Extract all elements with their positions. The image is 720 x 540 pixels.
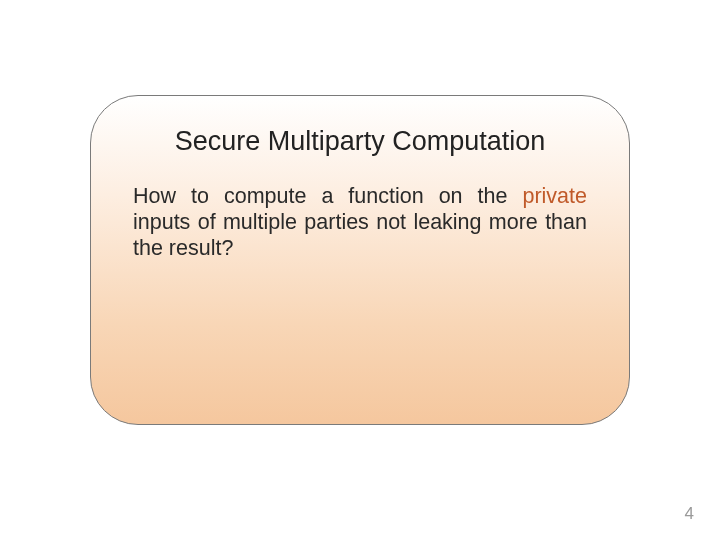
body-text-segment: inputs of multiple parties not leaking m… [133, 210, 587, 260]
card-title: Secure Multiparty Computation [131, 126, 589, 157]
body-text-private: private [522, 184, 587, 208]
card-body: How to compute a function on the private… [131, 183, 589, 262]
page-number: 4 [685, 504, 694, 524]
content-card: Secure Multiparty Computation How to com… [90, 95, 630, 425]
body-text-segment: How to compute a function on the [133, 184, 522, 208]
